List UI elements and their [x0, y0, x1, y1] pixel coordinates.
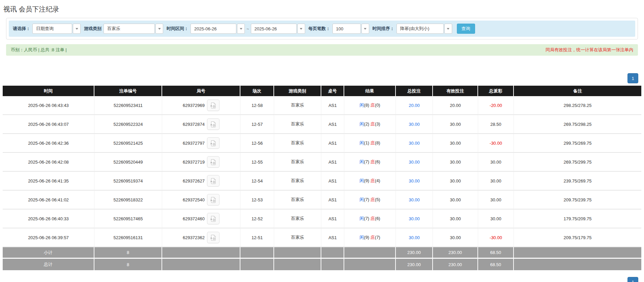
cell-session: 12-53: [240, 191, 274, 209]
cell-result: 闲(9) 庄(7): [344, 228, 396, 247]
cell-round-id: 629372969: [162, 96, 240, 115]
total-bet-link[interactable]: 30.00: [409, 122, 420, 127]
page-size-value: 100: [336, 26, 344, 31]
payout-value: 28.50: [490, 122, 501, 127]
video-replay-button[interactable]: [207, 232, 219, 243]
total-bet-link[interactable]: 30.00: [409, 197, 420, 202]
cell-bet-id: 522609517465: [94, 209, 162, 228]
video-replay-button[interactable]: [207, 156, 219, 168]
video-replay-button[interactable]: [207, 137, 219, 149]
pagination-page-1-bottom[interactable]: 1: [627, 277, 638, 282]
cell-payout: -30.00: [478, 228, 514, 247]
result-banker: 庄: [371, 178, 375, 183]
table-row: 2025-06-26 06:43:43522609523411629372969…: [3, 96, 641, 115]
cell-total-bet: 30.00: [396, 115, 433, 134]
date-from-dropdown-button[interactable]: [237, 24, 245, 34]
subtotal-empty: [240, 247, 274, 259]
total-bet-link[interactable]: 30.00: [409, 178, 420, 184]
cell-result: 闲(7) 庄(6): [344, 153, 396, 172]
date-to-dropdown-button[interactable]: [297, 24, 305, 34]
subtotal-total-bet: 230.00: [396, 247, 433, 259]
result-banker: 庄: [371, 197, 375, 202]
payout-value: 30.00: [490, 197, 501, 202]
result-banker-score: (3): [375, 121, 380, 126]
header-bet-id: 注单编号: [94, 86, 162, 96]
result-player-score: (7): [364, 159, 369, 164]
total-bet-link[interactable]: 30.00: [409, 216, 420, 221]
cell-payout: 30.00: [478, 172, 514, 191]
header-total-bet: 总投注: [396, 86, 433, 96]
video-replay-button[interactable]: [207, 100, 219, 111]
total-label: 总计: [3, 259, 94, 270]
date-from-input[interactable]: 2025-06-26: [191, 24, 236, 34]
cell-table-no: AS1: [321, 191, 344, 209]
round-id-text: 629372460: [183, 216, 205, 221]
sort-select[interactable]: 降幂(由大到小): [397, 24, 444, 34]
film-file-icon: [210, 140, 216, 146]
page-size-select[interactable]: 100: [332, 24, 361, 34]
total-empty: [240, 259, 274, 270]
cell-valid-bet: 30.00: [433, 115, 478, 134]
result-player-score: (8): [364, 103, 369, 108]
total-empty: [321, 259, 344, 270]
header-round-id: 局号: [162, 86, 240, 96]
cell-remark: 299.75/269.75: [514, 134, 641, 153]
page-size-dropdown-button[interactable]: [361, 24, 369, 34]
round-id-text: 629372627: [183, 178, 205, 184]
date-to-input[interactable]: 2025-06-26: [251, 24, 297, 34]
round-id-text: 629372719: [183, 160, 205, 165]
cell-game-type: 百家乐: [274, 134, 321, 153]
result-banker-score: (7): [375, 235, 380, 240]
header-table-no: 桌号: [321, 86, 344, 96]
game-type-select[interactable]: 百家乐: [104, 24, 155, 34]
query-mode-dropdown-button[interactable]: [73, 24, 81, 34]
video-replay-button[interactable]: [207, 118, 219, 130]
subtotal-payout: 68.50: [478, 247, 514, 259]
total-count: 8: [94, 259, 162, 270]
result-banker: 庄: [371, 103, 375, 108]
cell-bet-id: 522609522324: [94, 115, 162, 134]
cell-remark: 269.75/298.25: [514, 115, 641, 134]
result-banker-score: (5): [375, 197, 380, 202]
cell-session: 12-51: [240, 228, 274, 247]
cell-time: 2025-06-26 06:43:07: [3, 115, 94, 134]
header-remark: 备注: [514, 86, 641, 96]
query-mode-select[interactable]: 日期查询: [32, 24, 72, 34]
total-row: 总计 8 230.00 230.00 68.50: [3, 259, 641, 270]
total-bet-link[interactable]: 30.00: [409, 160, 420, 165]
total-empty: [344, 259, 396, 270]
film-file-icon: [210, 121, 216, 128]
header-result: 结果: [344, 86, 396, 96]
total-bet-link[interactable]: 30.00: [409, 141, 420, 146]
table-row: 2025-06-26 06:41:35522609519374629372627…: [3, 172, 641, 191]
result-player-score: (2): [364, 121, 369, 126]
cell-result: 闲(1) 庄(8): [344, 134, 396, 153]
round-id-text: 629372540: [183, 197, 205, 202]
video-replay-button[interactable]: [207, 175, 219, 187]
result-player: 闲: [359, 216, 364, 221]
total-empty: [274, 259, 321, 270]
payout-value: -30.00: [490, 235, 502, 240]
result-banker-score: (8): [375, 140, 380, 145]
sort-dropdown-button[interactable]: [444, 24, 452, 34]
cell-time: 2025-06-26 06:40:33: [3, 209, 94, 228]
query-mode-label: 请选择：: [13, 26, 30, 32]
cell-table-no: AS1: [321, 228, 344, 247]
cell-remark: 239.75/269.75: [514, 172, 641, 191]
pagination-page-1-top[interactable]: 1: [627, 73, 638, 83]
search-button[interactable]: 查询: [457, 24, 475, 34]
table-row: 2025-06-26 06:42:36522609521425629372797…: [3, 134, 641, 153]
game-type-label: 游戏类别: [84, 26, 101, 32]
subtotal-row: 小计 8 230.00 230.00 68.50: [3, 247, 641, 259]
result-player-score: (9): [364, 235, 369, 240]
game-type-dropdown-button[interactable]: [155, 24, 163, 34]
film-file-icon: [210, 159, 216, 165]
video-replay-button[interactable]: [207, 194, 219, 205]
total-bet-link[interactable]: 20.00: [409, 103, 420, 108]
cell-payout: 28.50: [478, 115, 514, 134]
total-bet-link[interactable]: 30.00: [409, 235, 420, 240]
cell-round-id: 629372719: [162, 153, 240, 172]
cell-bet-id: 522609519374: [94, 172, 162, 191]
video-replay-button[interactable]: [207, 213, 219, 224]
subtotal-empty: [274, 247, 321, 259]
